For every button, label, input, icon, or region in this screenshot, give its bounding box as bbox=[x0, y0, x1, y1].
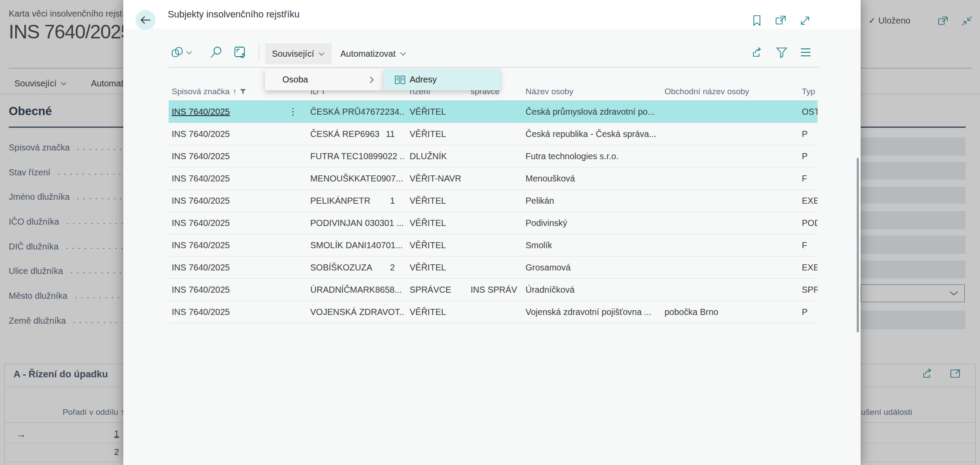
cell-rizeni[interactable]: SPRÁVCE bbox=[404, 285, 465, 295]
cell-spisova-znacka[interactable]: INS 7640/2025⋮ bbox=[169, 240, 305, 250]
toolbar-divider bbox=[259, 45, 259, 60]
cell-spravce[interactable]: INS SPRÁV bbox=[465, 285, 520, 295]
expand-icon[interactable] bbox=[799, 15, 811, 26]
cell-typ[interactable]: F bbox=[797, 174, 817, 184]
cell-obchodni-nazev[interactable]: pobočka Brno bbox=[659, 307, 797, 317]
cell-nazev-osoby[interactable]: Grosamová bbox=[520, 263, 659, 273]
cell-typ[interactable]: P bbox=[797, 129, 817, 139]
cell-typ[interactable]: OST bbox=[797, 107, 817, 117]
menu-automatizovat[interactable]: Automatizovat bbox=[333, 43, 413, 64]
subjects-dialog: Subjekty insolvenčního rejstříku Souvise… bbox=[123, 0, 861, 465]
cell-typ[interactable]: SPRÁ bbox=[797, 285, 817, 295]
share-icon[interactable] bbox=[751, 45, 765, 59]
cell-nazev-osoby[interactable]: Menoušková bbox=[520, 174, 659, 184]
subjects-table-body: INS 7640/2025⋮ ČESKÁ PRŮ47672234... VĚŘI… bbox=[169, 101, 817, 323]
back-arrow-icon bbox=[140, 15, 151, 25]
cell-rizeni[interactable]: VĚŘITEL bbox=[404, 263, 465, 273]
cell-typ[interactable]: P bbox=[797, 307, 817, 317]
list-menu-icon[interactable] bbox=[799, 45, 813, 59]
cell-spisova-znacka[interactable]: INS 7640/2025⋮ bbox=[169, 218, 305, 228]
cell-rizeni[interactable]: VĚŘITEL bbox=[404, 196, 465, 206]
cell-nazev-osoby[interactable]: Podivinský bbox=[520, 218, 659, 228]
cell-id[interactable]: PODIVINJAN 030301 ... bbox=[305, 218, 404, 228]
cell-id[interactable]: PELIKÁNPETR1 bbox=[305, 196, 404, 206]
views-icon[interactable] bbox=[170, 45, 184, 59]
table-row[interactable]: INS 7640/2025⋮ PODIVINJAN 030301 ... VĚŘ… bbox=[169, 212, 817, 234]
back-button[interactable] bbox=[136, 10, 156, 30]
chevron-down-icon bbox=[319, 52, 325, 56]
cell-spisova-znacka[interactable]: INS 7640/2025⋮ bbox=[169, 307, 305, 317]
table-row[interactable]: INS 7640/2025⋮ ČESKÁ REP696311 VĚŘITEL Č… bbox=[169, 123, 817, 145]
cell-id[interactable]: ÚRADNÍČMARK8658... bbox=[305, 285, 404, 295]
menu-item-adresy[interactable]: Adresy bbox=[410, 75, 437, 85]
addresses-icon bbox=[395, 75, 405, 84]
dialog-titlebar: Subjekty insolvenčního rejstříku bbox=[123, 0, 861, 29]
cell-id[interactable]: ČESKÁ REP696311 bbox=[305, 129, 404, 139]
cell-typ[interactable]: EXEK bbox=[797, 263, 817, 273]
menu-souvisejici[interactable]: Související bbox=[265, 43, 332, 64]
cell-id[interactable]: MENOUŠKKATE0907... bbox=[305, 174, 404, 184]
cell-id[interactable]: FUTRA TEC10899022 ... bbox=[305, 151, 404, 161]
cell-spisova-znacka[interactable]: INS 7640/2025⋮ bbox=[169, 151, 305, 161]
col-header-nazev-osoby[interactable]: Název osoby bbox=[520, 87, 659, 100]
table-row[interactable]: INS 7640/2025⋮ ÚRADNÍČMARK8658... SPRÁVC… bbox=[169, 279, 817, 301]
table-row[interactable]: INS 7640/2025⋮ FUTRA TEC10899022 ... DLU… bbox=[169, 145, 817, 168]
cell-nazev-osoby[interactable]: Pelikán bbox=[520, 196, 659, 206]
analyze-icon[interactable] bbox=[233, 45, 247, 59]
chevron-right-icon bbox=[370, 76, 374, 83]
cell-typ[interactable]: P bbox=[797, 151, 817, 161]
cell-nazev-osoby[interactable]: Úradníčková bbox=[520, 285, 659, 295]
filter-icon[interactable] bbox=[775, 45, 789, 59]
table-row[interactable]: INS 7640/2025⋮ SMOLÍK DANI140701... VĚŘI… bbox=[169, 234, 817, 256]
cell-id[interactable]: SMOLÍK DANI140701... bbox=[305, 240, 404, 250]
cell-spisova-znacka[interactable]: INS 7640/2025⋮ bbox=[169, 285, 305, 295]
table-row[interactable]: INS 7640/2025⋮ PELIKÁNPETR1 VĚŘITEL Peli… bbox=[169, 190, 817, 212]
cell-rizeni[interactable]: DLUŽNÍK bbox=[404, 151, 465, 161]
cell-id[interactable]: VOJENSKÁ ZDRAVOT... bbox=[305, 307, 404, 317]
cell-nazev-osoby[interactable]: Vojenská zdravotní pojišťovna ... bbox=[520, 307, 659, 317]
bookmark-icon[interactable] bbox=[751, 15, 763, 26]
toolbar-rule bbox=[169, 67, 819, 68]
context-menu: Osoba bbox=[265, 69, 383, 90]
col-header-typ[interactable]: Typ bbox=[797, 87, 817, 100]
cell-rizeni[interactable]: VĚŘITEL bbox=[404, 307, 465, 317]
cell-rizeni[interactable]: VĚŘITEL bbox=[404, 218, 465, 228]
table-row[interactable]: INS 7640/2025⋮ VOJENSKÁ ZDRAVOT... VĚŘIT… bbox=[169, 301, 817, 323]
subjects-table: Spisová značka ↑ ID T řízení správce Náz… bbox=[169, 81, 817, 323]
vertical-scrollbar-thumb[interactable] bbox=[857, 158, 859, 332]
cell-nazev-osoby[interactable]: Smolík bbox=[520, 240, 659, 250]
sort-ascending-icon: ↑ bbox=[233, 87, 237, 96]
row-context-menu-icon[interactable]: ⋮ bbox=[288, 106, 305, 117]
dialog-title: Subjekty insolvenčního rejstříku bbox=[168, 9, 299, 20]
cell-spisova-znacka[interactable]: INS 7640/2025⋮ bbox=[169, 263, 305, 273]
cell-rizeni[interactable]: VĚŘITEL bbox=[404, 107, 465, 117]
chevron-down-icon bbox=[400, 52, 406, 56]
cell-spisova-znacka[interactable]: INS 7640/2025⋮ bbox=[169, 106, 305, 117]
table-row[interactable]: INS 7640/2025⋮ MENOUŠKKATE0907... VĚŘIT-… bbox=[169, 168, 817, 190]
table-row[interactable]: INS 7640/2025⋮ ČESKÁ PRŮ47672234... VĚŘI… bbox=[169, 101, 817, 123]
cell-spisova-znacka[interactable]: INS 7640/2025⋮ bbox=[169, 196, 305, 206]
screen: { "colors": { "accent": "#0e7d85", "sele… bbox=[0, 0, 980, 465]
column-filter-icon bbox=[240, 89, 246, 95]
table-row[interactable]: INS 7640/2025⋮ SOBÍŠKOZUZA2 VĚŘITEL Gros… bbox=[169, 256, 817, 279]
cell-typ[interactable]: F bbox=[797, 240, 817, 250]
cell-nazev-osoby[interactable]: Česká republika - Česká správa... bbox=[520, 129, 659, 139]
cell-rizeni[interactable]: VĚŘIT-NAVR bbox=[404, 174, 465, 184]
context-submenu[interactable]: Adresy bbox=[383, 69, 500, 90]
cell-nazev-osoby[interactable]: Česká průmyslová zdravotní po... bbox=[520, 107, 659, 117]
cell-rizeni[interactable]: VĚŘITEL bbox=[404, 240, 465, 250]
cell-spisova-znacka[interactable]: INS 7640/2025⋮ bbox=[169, 129, 305, 139]
search-icon[interactable] bbox=[209, 45, 223, 59]
cell-id[interactable]: SOBÍŠKOZUZA2 bbox=[305, 263, 404, 273]
views-chevron-icon[interactable] bbox=[185, 45, 193, 59]
cell-nazev-osoby[interactable]: Futra technologies s.r.o. bbox=[520, 151, 659, 161]
col-header-obchodni-nazev[interactable]: Obchodní název osoby bbox=[659, 87, 797, 100]
cell-spisova-znacka[interactable]: INS 7640/2025⋮ bbox=[169, 174, 305, 184]
cell-typ[interactable]: POD bbox=[797, 218, 817, 228]
open-in-window-icon[interactable] bbox=[775, 15, 787, 26]
cell-rizeni[interactable]: VĚŘITEL bbox=[404, 129, 465, 139]
menu-item-osoba[interactable]: Osoba bbox=[282, 75, 308, 85]
cell-id[interactable]: ČESKÁ PRŮ47672234... bbox=[305, 107, 404, 117]
cell-typ[interactable]: EXEK bbox=[797, 196, 817, 206]
